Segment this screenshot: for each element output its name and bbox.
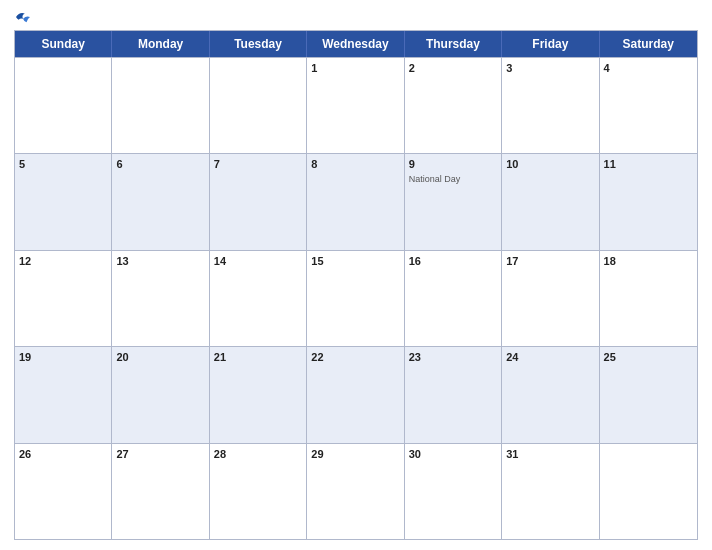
day-number: 22: [311, 350, 399, 364]
day-number: 24: [506, 350, 594, 364]
day-number: 6: [116, 157, 204, 171]
day-number: 11: [604, 157, 693, 171]
day-cell: 13: [112, 251, 209, 346]
day-cell: 3: [502, 58, 599, 153]
day-cell: 10: [502, 154, 599, 249]
day-header-wednesday: Wednesday: [307, 31, 404, 57]
week-row-3: 12131415161718: [15, 250, 697, 346]
logo-blue-text: [14, 10, 34, 24]
day-header-monday: Monday: [112, 31, 209, 57]
day-cell: 29: [307, 444, 404, 539]
day-number: 25: [604, 350, 693, 364]
day-number: 26: [19, 447, 107, 461]
day-cell: 26: [15, 444, 112, 539]
week-row-4: 19202122232425: [15, 346, 697, 442]
day-number: 20: [116, 350, 204, 364]
day-header-friday: Friday: [502, 31, 599, 57]
logo-bird-icon: [14, 10, 32, 24]
day-number: 19: [19, 350, 107, 364]
calendar-page: SundayMondayTuesdayWednesdayThursdayFrid…: [0, 0, 712, 550]
calendar-grid: SundayMondayTuesdayWednesdayThursdayFrid…: [14, 30, 698, 540]
day-cell: 14: [210, 251, 307, 346]
day-number: 18: [604, 254, 693, 268]
day-cell: 4: [600, 58, 697, 153]
day-number: 4: [604, 61, 693, 75]
day-cell: 18: [600, 251, 697, 346]
day-number: 9: [409, 157, 497, 171]
day-cell: 6: [112, 154, 209, 249]
day-cell: 17: [502, 251, 599, 346]
day-header-sunday: Sunday: [15, 31, 112, 57]
day-headers-row: SundayMondayTuesdayWednesdayThursdayFrid…: [15, 31, 697, 57]
day-number: 16: [409, 254, 497, 268]
day-cell: [15, 58, 112, 153]
day-number: 23: [409, 350, 497, 364]
week-row-5: 262728293031: [15, 443, 697, 539]
day-number: 31: [506, 447, 594, 461]
day-cell: 16: [405, 251, 502, 346]
day-cell: 2: [405, 58, 502, 153]
day-cell: 23: [405, 347, 502, 442]
day-cell: 20: [112, 347, 209, 442]
day-number: 5: [19, 157, 107, 171]
day-cell: 15: [307, 251, 404, 346]
day-cell: 11: [600, 154, 697, 249]
day-cell: 21: [210, 347, 307, 442]
week-row-2: 56789National Day1011: [15, 153, 697, 249]
day-cell: 22: [307, 347, 404, 442]
day-cell: 19: [15, 347, 112, 442]
day-number: 28: [214, 447, 302, 461]
day-header-thursday: Thursday: [405, 31, 502, 57]
day-cell: 1: [307, 58, 404, 153]
day-cell: 7: [210, 154, 307, 249]
day-number: 14: [214, 254, 302, 268]
day-number: 7: [214, 157, 302, 171]
calendar-header: [14, 10, 698, 24]
day-header-saturday: Saturday: [600, 31, 697, 57]
day-number: 17: [506, 254, 594, 268]
day-cell: 28: [210, 444, 307, 539]
day-number: 21: [214, 350, 302, 364]
day-number: 29: [311, 447, 399, 461]
day-cell: 25: [600, 347, 697, 442]
day-cell: 9National Day: [405, 154, 502, 249]
day-cell: 8: [307, 154, 404, 249]
day-event: National Day: [409, 174, 497, 185]
day-number: 3: [506, 61, 594, 75]
day-cell: [112, 58, 209, 153]
day-number: 12: [19, 254, 107, 268]
day-number: 30: [409, 447, 497, 461]
day-number: 10: [506, 157, 594, 171]
day-number: 27: [116, 447, 204, 461]
day-cell: 30: [405, 444, 502, 539]
weeks-container: 123456789National Day1011121314151617181…: [15, 57, 697, 539]
day-cell: 12: [15, 251, 112, 346]
day-number: 8: [311, 157, 399, 171]
day-cell: 5: [15, 154, 112, 249]
day-number: 13: [116, 254, 204, 268]
day-cell: 24: [502, 347, 599, 442]
day-header-tuesday: Tuesday: [210, 31, 307, 57]
day-cell: 31: [502, 444, 599, 539]
day-cell: [600, 444, 697, 539]
day-number: 1: [311, 61, 399, 75]
day-cell: 27: [112, 444, 209, 539]
day-number: 2: [409, 61, 497, 75]
logo: [14, 10, 34, 24]
day-cell: [210, 58, 307, 153]
week-row-1: 1234: [15, 57, 697, 153]
day-number: 15: [311, 254, 399, 268]
